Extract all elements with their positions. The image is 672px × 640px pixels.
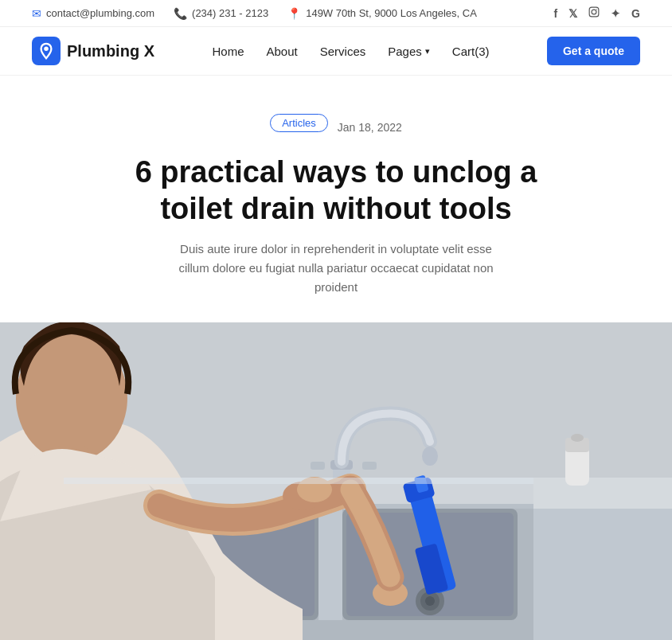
article-date: Jan 18, 2022	[338, 121, 402, 134]
hero-image	[0, 322, 672, 640]
topbar-address: 📍 149W 70th St, 9000 Los Angeles, CA	[287, 7, 477, 20]
nav-home[interactable]: Home	[213, 45, 244, 58]
hero-svg	[0, 322, 672, 640]
phone-icon: 📞	[174, 7, 187, 20]
svg-rect-24	[362, 462, 377, 470]
topbar-email[interactable]: ✉ contact@plumbing.com	[32, 7, 154, 20]
svg-point-40	[571, 434, 584, 442]
svg-rect-0	[589, 7, 599, 17]
instagram-link[interactable]	[588, 6, 600, 20]
topbar-phone[interactable]: 📞 (234) 231 - 2123	[174, 7, 268, 20]
get-quote-button[interactable]: Get a quote	[547, 37, 640, 65]
svg-rect-36	[533, 478, 672, 509]
svg-point-2	[596, 9, 597, 10]
svg-point-25	[422, 447, 438, 466]
address-text: 149W 70th St, 9000 Los Angeles, CA	[306, 7, 477, 19]
article-meta: Articles Jan 18, 2022	[96, 114, 576, 140]
svg-rect-37	[533, 509, 672, 640]
article-header: Articles Jan 18, 2022 6 practical ways t…	[0, 76, 672, 322]
twitter-link[interactable]: 𝕏	[568, 7, 577, 20]
email-text: contact@plumbing.com	[46, 7, 154, 19]
nav-services[interactable]: Services	[320, 45, 366, 58]
svg-rect-20	[318, 509, 342, 620]
svg-point-19	[425, 596, 435, 606]
header: Plumbing X Home About Services Pages ▾ C…	[0, 27, 672, 76]
article-subtitle: Duis aute irure dolor in reprehenderit i…	[169, 240, 503, 297]
location-icon: 📍	[287, 7, 301, 20]
articles-badge[interactable]: Articles	[270, 114, 328, 132]
svg-point-3	[44, 47, 49, 52]
chevron-down-icon: ▾	[425, 46, 430, 57]
yelp-link[interactable]: ✦	[611, 7, 620, 20]
logo[interactable]: Plumbing X	[32, 37, 154, 65]
main-nav: Home About Services Pages ▾ Cart(3)	[213, 45, 490, 58]
email-icon: ✉	[32, 7, 41, 20]
nav-about[interactable]: About	[267, 45, 298, 58]
social-links: f 𝕏 ✦ G	[553, 6, 640, 20]
topbar: ✉ contact@plumbing.com 📞 (234) 231 - 212…	[0, 0, 672, 27]
facebook-link[interactable]: f	[553, 7, 557, 20]
logo-text: Plumbing X	[67, 42, 154, 60]
google-link[interactable]: G	[631, 7, 640, 20]
nav-cart[interactable]: Cart(3)	[452, 45, 490, 58]
phone-text: (234) 231 - 2123	[192, 7, 268, 19]
svg-rect-23	[311, 462, 325, 470]
article-title: 6 practical ways to unclog a toilet drai…	[96, 154, 576, 227]
topbar-contacts: ✉ contact@plumbing.com 📞 (234) 231 - 212…	[32, 7, 477, 20]
logo-icon	[32, 37, 61, 65]
svg-point-1	[592, 10, 596, 14]
nav-pages[interactable]: Pages ▾	[388, 45, 430, 58]
